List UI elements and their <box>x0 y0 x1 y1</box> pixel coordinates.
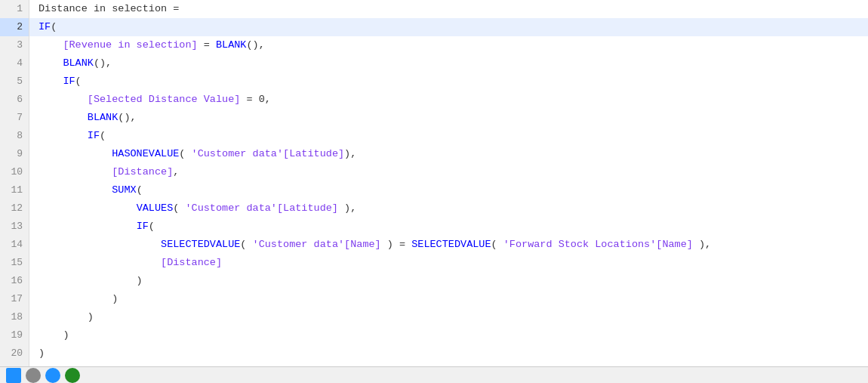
code-area: 1234567891011121314151617181920 Distance… <box>0 0 868 366</box>
token <box>38 199 137 218</box>
token <box>38 109 88 127</box>
code-line-12: VALUES( 'Customer data'[Latitude] ), <box>29 199 868 218</box>
token: [Revenue in selection] <box>63 36 197 54</box>
token: ) <box>38 308 94 326</box>
line-num-2: 2 <box>0 18 29 36</box>
code-line-2: IF( <box>29 18 868 36</box>
code-line-20: ) <box>29 344 868 363</box>
code-line-19: ) <box>29 326 868 344</box>
line-num-5: 5 <box>0 73 29 91</box>
token: SELECTEDVALUE <box>411 236 491 254</box>
token: (), <box>118 109 136 127</box>
token <box>38 36 63 54</box>
token: [Distance] <box>161 254 222 272</box>
token: BLANK <box>63 54 94 73</box>
token <box>38 163 112 181</box>
token: ) <box>38 326 69 344</box>
token: ) <box>38 290 118 308</box>
code-line-18: ) <box>29 308 868 326</box>
code-line-8: IF( <box>29 127 868 145</box>
code-content[interactable]: Distance in selection =IF( [Revenue in s… <box>29 0 868 366</box>
token: ), <box>693 236 711 254</box>
line-num-7: 7 <box>0 109 29 127</box>
token: (), <box>246 36 264 54</box>
taskbar-icon-4[interactable] <box>65 368 80 383</box>
code-line-11: SUMX( <box>29 181 868 199</box>
line-num-9: 9 <box>0 145 29 163</box>
line-num-18: 18 <box>0 308 29 326</box>
code-line-15: [Distance] <box>29 254 868 272</box>
code-line-1: Distance in selection = <box>29 0 868 18</box>
line-num-4: 4 <box>0 54 29 73</box>
token <box>38 145 112 163</box>
token: ( <box>51 18 57 36</box>
taskbar-icon-1[interactable] <box>6 368 21 383</box>
code-line-4: BLANK(), <box>29 54 868 73</box>
token: 'Customer data'[Name] <box>253 236 381 254</box>
code-line-10: [Distance], <box>29 163 868 181</box>
token: ( <box>100 127 106 145</box>
token: = 0, <box>240 91 271 109</box>
line-num-8: 8 <box>0 127 29 145</box>
token: Distance in selection = <box>38 0 179 18</box>
line-num-13: 13 <box>0 218 29 236</box>
code-line-16: ) <box>29 272 868 290</box>
line-num-1: 1 <box>0 0 29 18</box>
token: [Distance] <box>112 163 173 181</box>
token: ), <box>344 145 356 163</box>
token: ) = <box>381 236 412 254</box>
token: 'Forward Stock Locations'[Name] <box>503 236 693 254</box>
code-line-3: [Revenue in selection] = BLANK(), <box>29 36 868 54</box>
token: BLANK <box>216 36 247 54</box>
token: ), <box>338 199 356 218</box>
token: BLANK <box>88 109 119 127</box>
token <box>38 218 137 236</box>
token: HASONEVALUE <box>112 145 179 163</box>
token: [Selected Distance Value] <box>88 91 241 109</box>
line-num-12: 12 <box>0 199 29 218</box>
token: IF <box>38 18 51 36</box>
code-line-17: ) <box>29 290 868 308</box>
line-num-14: 14 <box>0 236 29 254</box>
token <box>38 127 88 145</box>
taskbar-icon-3[interactable] <box>45 368 60 383</box>
line-num-20: 20 <box>0 344 29 363</box>
line-num-3: 3 <box>0 36 29 54</box>
token <box>38 73 63 91</box>
token <box>38 54 63 73</box>
line-num-11: 11 <box>0 181 29 199</box>
token: IF <box>88 127 100 145</box>
code-line-14: SELECTEDVALUE( 'Customer data'[Name] ) =… <box>29 236 868 254</box>
token: = <box>198 36 216 54</box>
token: , <box>173 163 179 181</box>
token: IF <box>137 218 149 236</box>
token: ( <box>240 236 252 254</box>
line-num-10: 10 <box>0 163 29 181</box>
token: ( <box>75 73 82 91</box>
taskbar-icon-2[interactable] <box>26 368 41 383</box>
token <box>38 181 112 199</box>
code-line-9: HASONEVALUE( 'Customer data'[Latitude]), <box>29 145 868 163</box>
token <box>38 91 88 109</box>
token: ( <box>491 236 503 254</box>
code-line-7: BLANK(), <box>29 109 868 127</box>
token: ( <box>173 199 185 218</box>
code-line-6: [Selected Distance Value] = 0, <box>29 91 868 109</box>
token: ( <box>149 218 155 236</box>
code-line-5: IF( <box>29 73 868 91</box>
token: ( <box>137 181 143 199</box>
token: SUMX <box>112 181 136 199</box>
editor-container: 1234567891011121314151617181920 Distance… <box>0 0 868 383</box>
line-num-17: 17 <box>0 290 29 308</box>
code-line-13: IF( <box>29 218 868 236</box>
line-numbers: 1234567891011121314151617181920 <box>0 0 29 366</box>
token: ) <box>38 344 45 363</box>
token: (), <box>94 54 112 73</box>
token <box>38 236 161 254</box>
line-num-16: 16 <box>0 272 29 290</box>
token <box>38 254 161 272</box>
token: SELECTEDVALUE <box>161 236 240 254</box>
token: 'Customer data'[Latitude] <box>192 145 345 163</box>
token: 'Customer data'[Latitude] <box>185 199 338 218</box>
token: VALUES <box>137 199 174 218</box>
